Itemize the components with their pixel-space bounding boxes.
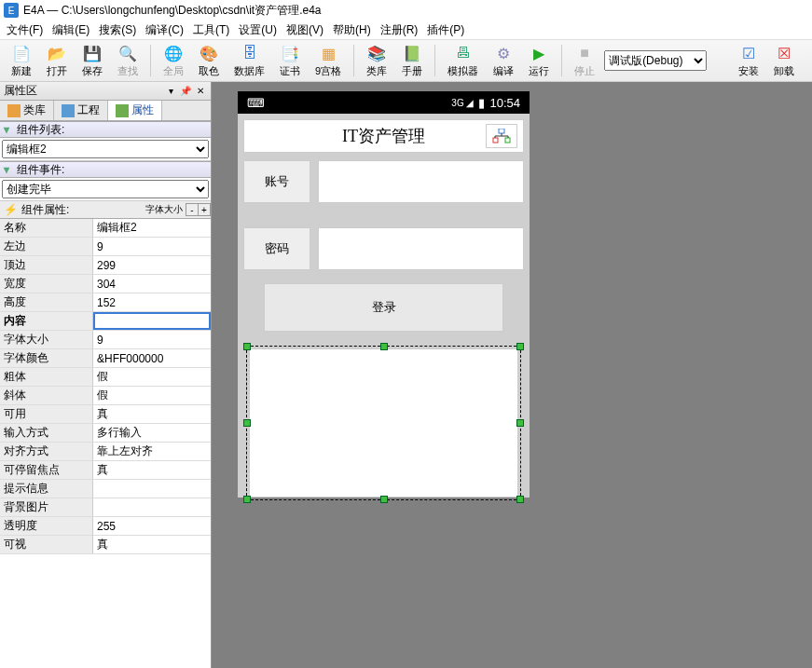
prop-row-可用[interactable]: 可用真 [0, 405, 211, 424]
tab-icon [116, 104, 129, 117]
toolbar-全局: 🌐全局 [158, 41, 189, 80]
prop-row-背景图片[interactable]: 背景图片 [0, 498, 211, 517]
toolbar-保存[interactable]: 💾保存 [76, 41, 108, 80]
tab-icon [62, 104, 75, 117]
保存-icon: 💾 [82, 43, 103, 63]
menu-bar: 文件(F)编辑(E)搜索(S)编译(C)工具(T)设置(U)视图(V)帮助(H)… [0, 20, 812, 39]
prop-row-粗体[interactable]: 粗体假 [0, 368, 211, 387]
prop-plus-button[interactable]: + [198, 203, 211, 216]
安装-icon: ☑ [738, 43, 759, 63]
component-event-select[interactable]: 创建完毕 [2, 180, 209, 198]
menu-注册[interactable]: 注册(R) [376, 21, 423, 39]
toolbar-安装[interactable]: ☑安装 [733, 41, 764, 80]
phone-preview: ⌨ 3G ◢ ▮ 10:54 IT资产管理 账号 密码 [238, 91, 530, 498]
login-button[interactable]: 登录 [264, 283, 503, 332]
resize-handle-n[interactable] [380, 343, 388, 350]
menu-帮助[interactable]: 帮助(H) [328, 21, 376, 39]
panel-close-icon[interactable]: ✕ [194, 85, 207, 98]
toolbar-证书[interactable]: 📑证书 [274, 41, 306, 80]
org-chart-icon[interactable] [486, 124, 517, 148]
account-input[interactable] [318, 160, 524, 203]
证书-icon: 📑 [280, 43, 300, 63]
menu-插件[interactable]: 插件(P) [422, 21, 469, 39]
resize-handle-sw[interactable] [243, 496, 251, 503]
toolbar-数据库[interactable]: 🗄数据库 [228, 41, 270, 80]
prop-row-顶边[interactable]: 顶边299 [0, 256, 211, 275]
数据库-icon: 🗄 [240, 43, 260, 63]
component-list-header[interactable]: ▾组件列表: [0, 121, 211, 138]
title-bar: E E4A — C:\Users\longchunfeng\Desktop\cs… [0, 0, 812, 20]
tab-属性[interactable]: 属性 [108, 101, 162, 120]
类库-icon: 📚 [366, 43, 387, 63]
prop-row-高度[interactable]: 高度152 [0, 293, 211, 312]
resize-handle-w[interactable] [243, 419, 251, 427]
停止-icon: ■ [574, 43, 595, 63]
resize-handle-se[interactable] [516, 496, 524, 503]
toolbar-编译[interactable]: ⚙编译 [488, 41, 519, 80]
toolbar-模拟器[interactable]: 🖷模拟器 [442, 41, 484, 80]
toolbar-查找: 🔍查找 [112, 41, 144, 80]
toolbar-停止: ■停止 [569, 41, 600, 80]
menu-编译[interactable]: 编译(C) [141, 21, 188, 39]
prop-row-输入方式[interactable]: 输入方式多行输入 [0, 424, 211, 443]
prop-row-字体大小[interactable]: 字体大小9 [0, 331, 211, 349]
toolbar-手册[interactable]: 📗手册 [396, 41, 428, 80]
menu-搜索[interactable]: 搜索(S) [94, 21, 141, 39]
新建-icon: 📄 [11, 43, 32, 63]
editbox2-selected[interactable] [249, 348, 518, 498]
prop-row-字体颜色[interactable]: 字体颜色&HFF000000 [0, 349, 211, 368]
prop-row-可停留焦点[interactable]: 可停留焦点真 [0, 461, 211, 480]
prop-row-名称[interactable]: 名称编辑框2 [0, 219, 211, 238]
toolbar-卸载[interactable]: ☒卸载 [768, 41, 800, 80]
prop-row-宽度[interactable]: 宽度304 [0, 275, 211, 293]
phone-time: 10:54 [489, 96, 520, 110]
panel-header: 属性区 ▾ 📌 ✕ [0, 82, 211, 101]
prop-minus-button[interactable]: - [186, 203, 199, 216]
design-surface[interactable]: ⌨ 3G ◢ ▮ 10:54 IT资产管理 账号 密码 [212, 82, 812, 668]
prop-row-可视[interactable]: 可视真 [0, 536, 211, 554]
toolbar-取色[interactable]: 🎨取色 [193, 41, 225, 80]
menu-编辑[interactable]: 编辑(E) [48, 21, 94, 39]
toolbar-9宫格[interactable]: ▦9宫格 [310, 41, 347, 80]
panel-title: 属性区 [4, 83, 37, 99]
menu-工具[interactable]: 工具(T) [188, 21, 234, 39]
menu-文件[interactable]: 文件(F) [2, 21, 48, 39]
panel-pin-icon[interactable]: 📌 [179, 85, 192, 98]
tab-工程[interactable]: 工程 [54, 101, 108, 120]
panel-dropdown-icon[interactable]: ▾ [164, 85, 177, 98]
component-list-select[interactable]: 编辑框2 [2, 140, 209, 158]
app-topbar: IT资产管理 [243, 119, 524, 153]
resize-handle-nw[interactable] [243, 343, 251, 350]
property-panel: 属性区 ▾ 📌 ✕ 类库工程属性 ▾组件列表: 编辑框2 ▾组件事件: 创建完毕 [0, 82, 212, 668]
resize-handle-e[interactable] [516, 419, 524, 427]
全局-icon: 🌐 [163, 43, 184, 63]
卸载-icon: ☒ [774, 43, 794, 63]
svg-rect-0 [499, 129, 504, 133]
prop-row-提示信息[interactable]: 提示信息 [0, 480, 211, 498]
panel-tabs: 类库工程属性 [0, 101, 211, 121]
prop-row-斜体[interactable]: 斜体假 [0, 387, 211, 405]
menu-视图[interactable]: 视图(V) [282, 21, 328, 39]
password-input[interactable] [318, 227, 524, 270]
resize-handle-ne[interactable] [516, 343, 524, 350]
toolbar-运行[interactable]: ▶运行 [523, 41, 555, 80]
menu-设置[interactable]: 设置(U) [234, 21, 282, 39]
resize-handle-s[interactable] [380, 496, 388, 503]
取色-icon: 🎨 [199, 43, 219, 63]
prop-row-对齐方式[interactable]: 对齐方式靠上左对齐 [0, 443, 211, 461]
prop-row-左边[interactable]: 左边9 [0, 238, 211, 256]
toolbar-新建[interactable]: 📄新建 [6, 41, 37, 80]
build-mode-select[interactable]: 调试版(Debug) [604, 50, 707, 71]
window-title: E4A — C:\Users\longchunfeng\Desktop\csdn… [23, 3, 321, 19]
tab-类库[interactable]: 类库 [0, 101, 54, 120]
keyboard-icon: ⌨ [247, 96, 265, 110]
toolbar-类库[interactable]: 📚类库 [361, 41, 392, 80]
prop-row-透明度[interactable]: 透明度255 [0, 517, 211, 536]
运行-icon: ▶ [529, 43, 549, 63]
prop-row-内容[interactable]: 内容 [0, 312, 211, 331]
查找-icon: 🔍 [117, 43, 138, 63]
9宫格-icon: ▦ [318, 43, 338, 63]
component-event-header[interactable]: ▾组件事件: [0, 161, 211, 178]
app-icon: E [4, 3, 19, 18]
toolbar-打开[interactable]: 📂打开 [41, 41, 73, 80]
